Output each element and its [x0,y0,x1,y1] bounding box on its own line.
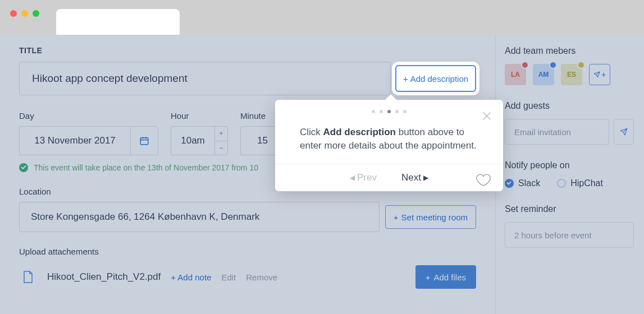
svg-rect-0 [140,138,148,145]
day-input[interactable]: 13 November 2017 [19,126,130,155]
dot[interactable] [395,110,399,113]
remove-link[interactable]: Remove [246,273,277,282]
status-badge [577,61,585,69]
heart-icon [475,171,492,188]
prev-button[interactable]: ◀ Prev [350,172,377,183]
hour-down-button[interactable]: − [214,141,228,156]
edit-link[interactable]: Edit [221,273,236,282]
next-button[interactable]: Next ▶ [401,172,428,183]
reminder-input[interactable]: 2 hours before event [505,222,634,248]
team-label: Add team mebers [505,46,634,56]
plus-icon: + [394,213,399,222]
send-invitation-button[interactable] [614,119,634,145]
add-team-member-button[interactable]: + [589,64,610,85]
plus-icon: + [601,70,606,79]
location-input[interactable]: Store Kongensgade 66, 1264 København K, … [19,202,380,232]
hour-input[interactable]: 10am [171,126,214,155]
calendar-button[interactable] [130,126,158,155]
dot-active[interactable] [387,110,391,113]
progress-dots [275,100,503,117]
reminder-label: Set reminder [505,204,634,214]
file-name: Hikoot_Clien_Pitch_V2.pdf [47,271,161,283]
close-icon [481,110,493,122]
browser-tab[interactable] [56,9,180,35]
add-description-button[interactable]: + Add description [395,65,476,92]
team-avatar[interactable]: AM [533,64,554,85]
status-badge [549,61,557,69]
set-meeting-room-button[interactable]: + Set meeting room [385,205,476,229]
traffic-lights [10,10,39,17]
add-files-button[interactable]: + Add files [415,265,476,289]
close-window-icon[interactable] [10,10,17,17]
file-icon [19,268,37,286]
popover-text: Click Add description button above to en… [275,117,503,164]
dot[interactable] [372,110,375,113]
dot[interactable] [403,110,407,113]
title-input[interactable]: Hikoot app concept development [19,62,391,95]
notify-label: Notify people on [505,160,634,170]
check-circle-icon [19,163,28,172]
team-avatar[interactable]: ES [561,64,582,85]
status-badge [521,61,529,69]
browser-chrome [0,0,644,35]
maximize-window-icon[interactable] [33,10,39,17]
guest-email-input[interactable]: Email invitation [505,119,609,145]
plus-icon: + [426,273,431,282]
calendar-icon [139,136,149,146]
radio-checked-icon [505,179,514,188]
tutorial-popover: Click Add description button above to en… [275,100,503,191]
day-label: Day [19,111,158,121]
send-icon [593,71,600,78]
sidebar: Add team mebers LA AM ES + Add guests Em… [495,35,644,314]
plus-icon: + [403,74,408,84]
dot[interactable] [380,110,383,113]
triangle-right-icon: ▶ [423,174,428,182]
feedback-button[interactable] [475,171,492,190]
minimize-window-icon[interactable] [21,10,28,17]
notify-hipchat-option[interactable]: HipChat [557,178,603,188]
send-icon [620,128,628,136]
team-avatar[interactable]: LA [505,64,526,85]
hour-up-button[interactable]: + [214,126,228,141]
upload-label: Upload attachements [19,247,476,256]
triangle-left-icon: ◀ [350,174,355,182]
hour-label: Hour [171,111,228,121]
guests-label: Add guests [505,101,634,111]
close-popover-button[interactable] [481,109,493,126]
notify-slack-option[interactable]: Slack [505,178,540,188]
add-note-link[interactable]: + Add note [171,273,211,282]
radio-unchecked-icon [557,179,566,188]
title-label: TITLE [19,46,476,55]
